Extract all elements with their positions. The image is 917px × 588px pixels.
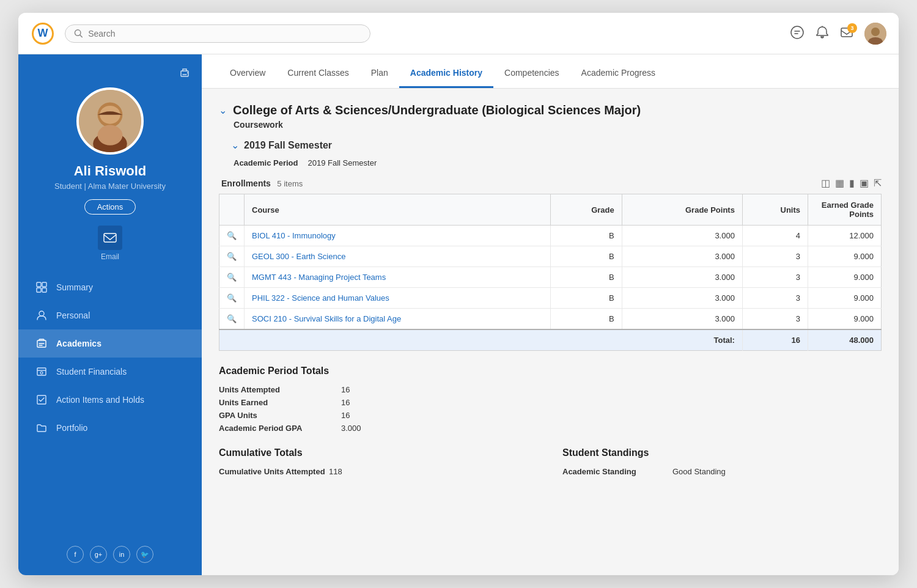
google-plus-icon[interactable]: g+ xyxy=(90,546,107,563)
search-input[interactable] xyxy=(88,29,361,39)
row-course[interactable]: MGMT 443 - Managing Project Teams xyxy=(245,267,551,288)
totals-key: Units Earned xyxy=(219,398,341,407)
tab-overview[interactable]: Overview xyxy=(219,68,276,88)
row-units: 3 xyxy=(742,288,808,309)
row-grade: B xyxy=(551,267,622,288)
totals-section: Academic Period Totals Units Attempted16… xyxy=(219,366,882,433)
svg-point-11 xyxy=(100,106,120,124)
semester-chevron-icon[interactable]: ⌄ xyxy=(231,139,239,151)
standing-value: Good Standing xyxy=(672,467,882,476)
section-header: ⌄ College of Arts & Sciences/Undergradua… xyxy=(219,103,882,117)
print-button[interactable] xyxy=(179,67,191,81)
svg-rect-17 xyxy=(37,288,41,292)
actions-button[interactable]: Actions xyxy=(84,199,136,215)
table-row: 🔍 PHIL 322 - Science and Human Values B … xyxy=(219,288,882,309)
row-course[interactable]: PHIL 322 - Science and Human Values xyxy=(245,288,551,309)
content-area: ⌄ College of Arts & Sciences/Undergradua… xyxy=(202,89,899,575)
row-search-icon[interactable]: 🔍 xyxy=(219,309,245,330)
semester-title: 2019 Fall Semester xyxy=(244,140,332,151)
search-bar[interactable] xyxy=(65,24,370,43)
tab-bar: Overview Current Classes Plan Academic H… xyxy=(202,54,899,89)
cumulative-value: 118 xyxy=(329,467,538,476)
filter-icon[interactable]: ▦ xyxy=(835,177,844,189)
row-search-icon[interactable]: 🔍 xyxy=(219,226,245,246)
sidebar-item-personal-label: Personal xyxy=(56,311,90,320)
inbox-button[interactable]: 3 xyxy=(840,26,853,42)
academic-period-label: Academic Period xyxy=(234,158,298,167)
notifications-button[interactable] xyxy=(816,26,829,42)
chart-icon[interactable]: ▮ xyxy=(849,177,855,189)
student-standings-section: Student Standings Academic StandingGood … xyxy=(562,447,882,476)
svg-line-1 xyxy=(80,35,82,37)
row-grade-points: 3.000 xyxy=(622,267,742,288)
main-content: Overview Current Classes Plan Academic H… xyxy=(202,54,899,575)
totals-value: 16 xyxy=(341,398,390,407)
sidebar-item-summary[interactable]: Summary xyxy=(18,273,202,301)
cumulative-title: Cumulative Totals xyxy=(219,447,538,458)
svg-point-5 xyxy=(871,28,880,36)
row-units: 3 xyxy=(742,309,808,330)
row-earned-grade-points: 12.000 xyxy=(808,226,882,246)
sidebar-footer: f g+ in 🐦 xyxy=(54,534,166,575)
sidebar-item-student-financials[interactable]: Student Financials xyxy=(18,358,202,386)
search-icon xyxy=(74,29,83,39)
sidebar-item-portfolio[interactable]: Portfolio xyxy=(18,414,202,442)
facebook-icon[interactable]: f xyxy=(67,546,84,563)
sidebar-item-financials-label: Student Financials xyxy=(56,367,127,377)
totals-value: 3.000 xyxy=(341,424,390,433)
row-course[interactable]: SOCI 210 - Survival Skills for a Digital… xyxy=(245,309,551,330)
svg-point-19 xyxy=(39,311,44,316)
app-logo: W xyxy=(31,21,55,46)
email-button[interactable]: Email xyxy=(98,226,122,261)
th-course: Course xyxy=(245,194,551,226)
linkedin-icon[interactable]: in xyxy=(113,546,130,563)
chevron-down-icon[interactable]: ⌄ xyxy=(219,105,227,116)
tab-competencies[interactable]: Competencies xyxy=(493,68,570,88)
row-units: 3 xyxy=(742,267,808,288)
user-role: Student | Alma Mater University xyxy=(54,182,166,191)
standings-title: Student Standings xyxy=(562,447,882,458)
chat-button[interactable] xyxy=(790,25,805,42)
th-units: Units xyxy=(742,194,808,226)
academic-period-value: 2019 Fall Semester xyxy=(308,158,377,167)
enrollments-table: Course Grade Grade Points Units Earned G… xyxy=(219,194,882,351)
row-course[interactable]: GEOL 300 - Earth Science xyxy=(245,246,551,267)
enrollments-label: Enrollments xyxy=(221,178,271,188)
bottom-sections: Cumulative Totals Cumulative Units Attem… xyxy=(219,447,882,476)
tab-academic-history[interactable]: Academic History xyxy=(399,68,493,88)
sidebar-item-personal[interactable]: Personal xyxy=(18,301,202,329)
sidebar: Ali Riswold Student | Alma Mater Univers… xyxy=(18,54,202,575)
row-course[interactable]: BIOL 410 - Immunology xyxy=(245,226,551,246)
tab-current-classes[interactable]: Current Classes xyxy=(276,68,359,88)
grid-icon xyxy=(35,281,48,293)
college-title: College of Arts & Sciences/Undergraduate… xyxy=(233,103,641,117)
email-icon xyxy=(98,226,122,250)
fullscreen-icon[interactable]: ⇱ xyxy=(874,177,882,189)
logo-icon: W xyxy=(32,23,54,45)
totals-grid: Units Attempted16Units Earned16GPA Units… xyxy=(219,385,882,433)
table-row: 🔍 BIOL 410 - Immunology B 3.000 4 12.000 xyxy=(219,226,882,246)
total-units: 16 xyxy=(742,329,808,351)
row-search-icon[interactable]: 🔍 xyxy=(219,267,245,288)
svg-point-8 xyxy=(187,72,188,73)
th-grade-points: Grade Points xyxy=(622,194,742,226)
profile-image xyxy=(76,87,144,155)
table-row: 🔍 MGMT 443 - Managing Project Teams B 3.… xyxy=(219,267,882,288)
enrollments-count: 5 items xyxy=(277,179,303,188)
twitter-icon[interactable]: 🐦 xyxy=(136,546,153,563)
table-row: 🔍 SOCI 210 - Survival Skills for a Digit… xyxy=(219,309,882,330)
totals-value: 16 xyxy=(341,411,390,420)
svg-rect-7 xyxy=(181,71,188,76)
row-search-icon[interactable]: 🔍 xyxy=(219,246,245,267)
tab-plan[interactable]: Plan xyxy=(360,68,399,88)
columns-icon[interactable]: ◫ xyxy=(821,177,830,189)
row-search-icon[interactable]: 🔍 xyxy=(219,288,245,309)
expand-icon[interactable]: ▣ xyxy=(860,177,869,189)
sidebar-item-action-items[interactable]: Action Items and Holds xyxy=(18,386,202,414)
sidebar-item-summary-label: Summary xyxy=(56,282,93,292)
sidebar-item-academics[interactable]: Academics xyxy=(18,329,202,358)
avatar[interactable] xyxy=(864,23,886,45)
tab-academic-progress[interactable]: Academic Progress xyxy=(570,68,666,88)
svg-rect-14 xyxy=(104,233,116,242)
sidebar-item-academics-label: Academics xyxy=(56,339,101,348)
